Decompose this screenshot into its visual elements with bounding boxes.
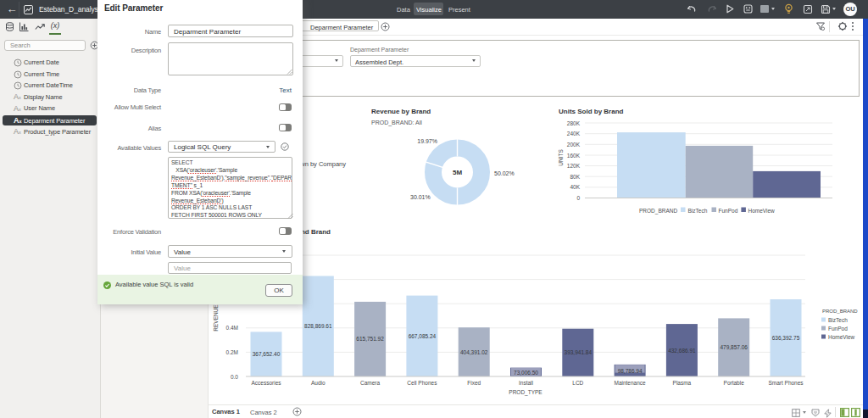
svg-text:PROD_TYPE: PROD_TYPE	[509, 389, 542, 396]
svg-text:Cell Phones: Cell Phones	[407, 380, 437, 386]
svg-text:5M: 5M	[453, 169, 462, 176]
svg-text:240K: 240K	[567, 131, 581, 137]
svg-text:FunPod: FunPod	[719, 208, 738, 214]
svg-text:19.97%: 19.97%	[417, 138, 437, 144]
svg-text:280K: 280K	[567, 120, 581, 126]
svg-text:80K: 80K	[570, 174, 580, 180]
svg-text:Portable: Portable	[724, 380, 745, 386]
svg-text:Revenue by Brand: Revenue by Brand	[371, 108, 431, 115]
svg-text:160K: 160K	[567, 153, 581, 159]
svg-text:Camera: Camera	[360, 380, 381, 386]
svg-text:Fixed: Fixed	[467, 380, 481, 386]
svg-text:HomeView: HomeView	[748, 208, 776, 214]
svg-text:0.4M: 0.4M	[226, 325, 238, 331]
svg-text:PROD_BRAND: PROD_BRAND	[822, 309, 858, 314]
svg-text:404,391.02: 404,391.02	[460, 349, 488, 355]
svg-text:Accessories: Accessories	[251, 380, 281, 386]
svg-text:FunPod: FunPod	[828, 326, 848, 332]
svg-text:BizTech: BizTech	[828, 317, 848, 323]
svg-text:Plasma: Plasma	[673, 380, 692, 386]
svg-text:BizTech: BizTech	[688, 208, 708, 214]
svg-text:0.2M: 0.2M	[226, 349, 238, 355]
svg-text:636,392.75: 636,392.75	[772, 335, 800, 341]
svg-text:367,652.40: 367,652.40	[253, 351, 281, 357]
svg-text:479,857.06: 479,857.06	[720, 344, 748, 350]
svg-text:73,006.50: 73,006.50	[514, 370, 538, 376]
svg-text:98,786.94: 98,786.94	[618, 368, 643, 374]
svg-text:Install: Install	[519, 380, 534, 386]
svg-text:120K: 120K	[567, 163, 581, 169]
svg-text:30.01%: 30.01%	[410, 194, 431, 200]
svg-text:615,751.92: 615,751.92	[356, 336, 384, 342]
svg-text:UNITS: UNITS	[558, 149, 564, 166]
svg-text:PROD_BRAND: PROD_BRAND	[639, 208, 677, 215]
svg-text:Audio: Audio	[311, 380, 326, 386]
svg-text:HomeView: HomeView	[828, 334, 855, 340]
svg-text:40K: 40K	[570, 184, 580, 190]
svg-text:393,941.84: 393,941.84	[565, 349, 593, 355]
svg-text:0.0: 0.0	[231, 374, 238, 380]
svg-text:REVENUE: REVENUE	[213, 304, 219, 332]
svg-text:50.02%: 50.02%	[494, 170, 515, 176]
svg-text:PROD_BRAND: All: PROD_BRAND: All	[371, 120, 422, 126]
svg-text:200K: 200K	[567, 142, 581, 148]
svg-text:LCD: LCD	[572, 380, 583, 386]
svg-text:Units Sold by Brand: Units Sold by Brand	[559, 108, 624, 115]
svg-text:667,085.24: 667,085.24	[409, 333, 437, 339]
svg-text:828,869.61: 828,869.61	[304, 323, 332, 329]
svg-text:432,686.91: 432,686.91	[668, 348, 696, 354]
svg-text:Smart Phones: Smart Phones	[768, 380, 804, 386]
svg-text:0: 0	[576, 195, 580, 201]
svg-text:Maintenance: Maintenance	[614, 380, 646, 386]
